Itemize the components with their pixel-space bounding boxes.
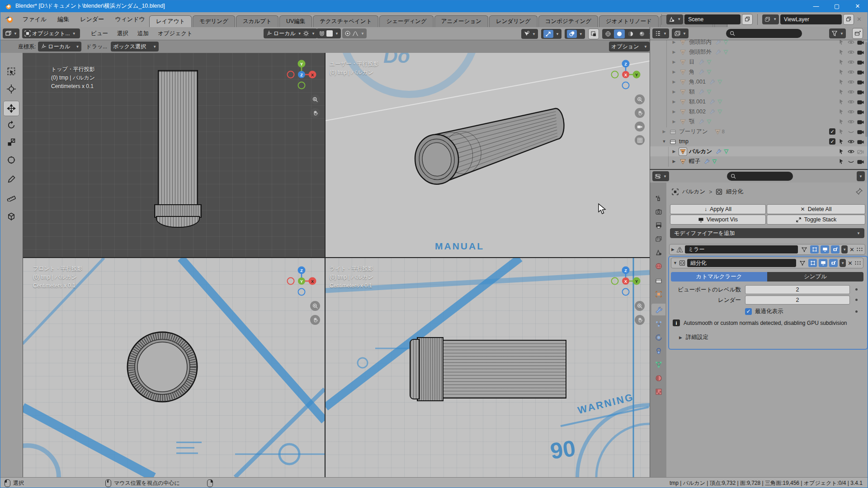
properties-tab-output[interactable] — [651, 220, 665, 231]
outliner-item-label[interactable]: tmp — [679, 138, 689, 145]
render-levels-field[interactable]: 2 — [745, 296, 850, 305]
viewport-hand-button[interactable] — [310, 108, 320, 118]
expand-arrow-icon[interactable]: ▶ — [672, 80, 676, 84]
mesh-cylinder-top-view[interactable] — [158, 70, 198, 206]
tab-UV編集[interactable]: UV編集 — [279, 15, 312, 27]
coord-system-dropdown[interactable]: ローカル ▼ — [38, 42, 81, 52]
properties-tab-render[interactable] — [651, 206, 665, 218]
menu-3[interactable]: ウィンドウ — [109, 14, 151, 24]
outliner-row-帽子[interactable]: ▶帽子 — [650, 156, 868, 166]
outliner-row-ブーリアン[interactable]: ▶ブーリアン8✓ — [650, 127, 868, 136]
expand-arrow-icon[interactable]: ▶ — [672, 109, 676, 114]
nav-gizmo[interactable]: ZYX — [609, 58, 642, 91]
drag-handle[interactable] — [854, 261, 861, 265]
shading-rendered-button[interactable] — [637, 29, 647, 38]
viewport-split-horizontal[interactable] — [23, 257, 650, 258]
eye-open-icon[interactable] — [847, 108, 854, 115]
scene-copy-button[interactable] — [742, 14, 753, 25]
show-render-toggle[interactable] — [831, 245, 840, 253]
blender-logo-icon[interactable] — [5, 15, 14, 24]
outliner-row-顎[interactable]: ▶顎 — [650, 117, 868, 127]
selectable-icon[interactable] — [838, 158, 845, 165]
expand-arrow-icon[interactable]: ▶ — [672, 60, 676, 64]
outliner-item-label[interactable]: 側頭部内 — [689, 38, 712, 46]
animate-dot[interactable] — [855, 288, 858, 291]
eye-open-icon[interactable] — [847, 48, 854, 56]
properties-tab-object[interactable] — [651, 288, 665, 300]
show-cage-toggle[interactable] — [800, 245, 808, 253]
expand-arrow-icon[interactable]: ▶ — [672, 119, 676, 124]
modifier-name-field[interactable]: ミラー — [685, 245, 798, 253]
pivot-point-dropdown[interactable]: ▼ — [301, 28, 317, 38]
viewport-right-ortho[interactable]: WARNING 90 ライト・平行投影 (0) tmp | バルカン Centi… — [326, 258, 650, 477]
render-visibility-icon[interactable] — [857, 38, 864, 46]
properties-options-dropdown[interactable]: ▼ — [857, 171, 865, 181]
outliner-item-label[interactable]: 目 — [689, 58, 695, 66]
tab-コンポジティング[interactable]: コンポジティング — [538, 15, 598, 27]
properties-tab-data[interactable] — [651, 359, 665, 371]
viewport-zoom-button[interactable] — [635, 94, 645, 104]
selectable-icon[interactable] — [838, 148, 845, 155]
viewport-grid-button[interactable] — [635, 135, 645, 145]
properties-tab-collection[interactable] — [651, 275, 665, 286]
tab-モデリング[interactable]: モデリング — [193, 15, 235, 27]
selectable-icon[interactable] — [838, 108, 845, 115]
viewport-menu-0[interactable]: ビュー — [86, 29, 113, 38]
selectable-icon[interactable] — [838, 118, 845, 125]
collapse-arrow-icon[interactable]: ▼ — [662, 139, 666, 144]
properties-tab-physics[interactable] — [651, 332, 665, 343]
selectable-icon[interactable] — [838, 88, 845, 95]
eye-open-icon[interactable] — [847, 98, 854, 105]
modifier-name-field[interactable]: 細分化 — [687, 259, 796, 267]
add-modifier-dropdown[interactable]: モディファイアーを追加 ▼ — [670, 228, 864, 238]
outliner-item-label[interactable]: バルカン — [689, 148, 712, 155]
modifier-mirror-header[interactable]: ▶ ミラー ▼ ✕ — [669, 244, 865, 255]
render-visibility-icon[interactable] — [857, 108, 864, 115]
properties-tab-constraints[interactable] — [651, 345, 665, 357]
menu-2[interactable]: レンダー — [75, 14, 109, 24]
properties-tab-texture[interactable] — [651, 386, 665, 398]
viewlayer-copy-button[interactable] — [843, 14, 854, 25]
catmull-clark-button[interactable]: カトマルクラーク — [671, 272, 767, 282]
collapse-arrow-icon[interactable]: ▼ — [673, 261, 677, 265]
outliner-item-label[interactable]: 帽子 — [689, 158, 700, 165]
outliner-row-目[interactable]: ▶目 — [650, 57, 868, 67]
render-visibility-icon[interactable] — [857, 98, 864, 105]
eye-open-icon[interactable] — [847, 88, 854, 95]
selectable-icon[interactable] — [838, 78, 845, 85]
modifier-subdivision-header[interactable]: ▼ 細分化 ▼ ✕ — [671, 258, 863, 268]
modifier-remove-icon[interactable]: ✕ — [848, 260, 853, 267]
tab-シェーディング[interactable]: シェーディング — [379, 15, 433, 27]
expand-arrow-icon[interactable]: ▶ — [671, 247, 675, 252]
selectable-icon[interactable] — [838, 58, 845, 66]
render-visibility-icon[interactable] — [857, 88, 864, 95]
tab-テクスチャペイント[interactable]: テクスチャペイント — [313, 15, 378, 27]
outliner-item-label[interactable]: 角 — [689, 68, 695, 76]
expand-arrow-icon[interactable]: ▶ — [672, 149, 676, 154]
mode-dropdown[interactable]: オブジェクト... ▼ — [22, 28, 80, 38]
show-viewport-toggle[interactable] — [821, 245, 829, 253]
selectable-icon[interactable] — [838, 98, 845, 105]
render-visibility-icon[interactable] — [857, 48, 864, 56]
outliner-row-角[interactable]: ▶角 — [650, 67, 868, 77]
outliner-row-額[interactable]: ▶額 — [650, 87, 868, 97]
viewport-front-ortho[interactable]: フロント・平行投影 (0) tmp | バルカン Centimeters x 0… — [23, 258, 325, 477]
eye-open-icon[interactable] — [847, 68, 854, 75]
gizmo-toggle[interactable]: ▼ — [541, 29, 561, 39]
tab-レイアウト[interactable]: レイアウト — [149, 15, 192, 27]
collection-checkbox[interactable]: ✓ — [829, 128, 835, 135]
render-visibility-icon[interactable] — [857, 58, 864, 66]
tool-rotate[interactable] — [3, 117, 19, 133]
viewport-zoom-button[interactable] — [635, 301, 645, 311]
viewport-levels-field[interactable]: 2 — [745, 285, 850, 294]
render-visibility-icon[interactable] — [857, 128, 864, 135]
modifier-remove-icon[interactable]: ✕ — [849, 246, 854, 253]
mesh-cylinder-cap-top-view[interactable] — [156, 216, 200, 228]
tab-スカルプト[interactable]: スカルプト — [236, 15, 278, 27]
outliner-row-額.001[interactable]: ▶額.001 — [650, 97, 868, 107]
selectable-icon[interactable] — [838, 38, 845, 46]
object-visibility-dropdown[interactable]: ▼ — [521, 29, 538, 39]
properties-tab-view-layer[interactable] — [651, 233, 665, 245]
tool-move[interactable] — [3, 101, 19, 116]
outliner-row-バルカン[interactable]: ▶バルカン — [650, 146, 868, 156]
